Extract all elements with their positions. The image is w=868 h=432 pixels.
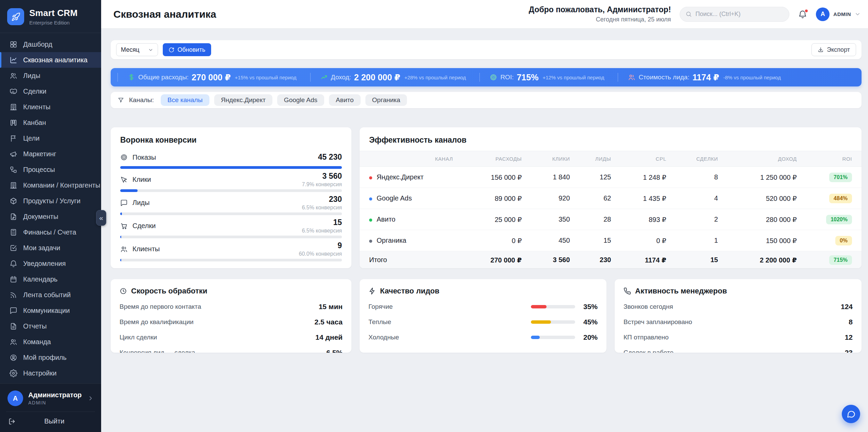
channel-chip[interactable]: Яндекс.Директ	[214, 94, 272, 106]
refresh-button[interactable]: Обновить	[163, 43, 211, 56]
channel-row[interactable]: Google Ads 89 000 ₽ 920 62 1 435 ₽ 4 520…	[360, 188, 862, 209]
sidebar-user[interactable]: A Администратор ADMIN	[6, 388, 95, 412]
stat-value: 8	[849, 318, 853, 326]
column-header[interactable]: ДОХОД	[727, 151, 806, 167]
sidebar-item-label: Коммуникации	[23, 307, 70, 315]
channel-chip[interactable]: Авито	[329, 94, 360, 106]
column-header[interactable]: ROI	[806, 151, 862, 167]
sidebar-item[interactable]: Отчеты	[0, 318, 101, 334]
cell-roi: 484%	[806, 188, 862, 209]
sidebar-item[interactable]: Продукты / Услуги	[0, 193, 101, 209]
stat-row: Цикл сделки 14 дней	[120, 333, 343, 341]
quality-row: Холодные 20%	[368, 333, 598, 341]
dashboard-icon	[10, 41, 17, 48]
sidebar-collapse-button[interactable]: «	[96, 210, 106, 226]
period-select[interactable]: Месяц	[116, 43, 158, 56]
sidebar-item[interactable]: Компании / Контрагенты	[0, 177, 101, 193]
notifications-button[interactable]	[798, 10, 807, 19]
workflow-icon	[10, 166, 17, 174]
sidebar-item[interactable]: Сделки	[0, 83, 101, 99]
sidebar-item[interactable]: Канбан	[0, 115, 101, 130]
sidebar-item[interactable]: Мой профиль	[0, 350, 101, 365]
manager-activity-card: Активность менеджеров Звонков сегодня 12…	[615, 279, 862, 353]
sidebar-item-label: Уведомления	[23, 260, 66, 268]
channel-performance-card: Эффективность каналов КАНАЛРАСХОДЫКЛИКИЛ…	[360, 127, 862, 268]
sidebar-item[interactable]: Сквозная аналитика	[0, 52, 101, 68]
sidebar-item[interactable]: Финансы / Счета	[0, 224, 101, 240]
building-icon	[10, 181, 17, 189]
sidebar-item[interactable]: Настройки	[0, 365, 101, 381]
roi-badge: 1020%	[826, 215, 852, 224]
kpi-label: Доход:	[331, 74, 351, 81]
column-header[interactable]: КЛИКИ	[531, 151, 580, 167]
sidebar-item[interactable]: Уведомления	[0, 256, 101, 271]
sidebar-item[interactable]: Коммуникации	[0, 303, 101, 318]
column-header[interactable]: СДЕЛКИ	[676, 151, 728, 167]
logout-button[interactable]: Выйти	[6, 412, 95, 427]
cart-icon	[120, 222, 128, 230]
sidebar-item[interactable]: Документы	[0, 209, 101, 224]
quality-row: Теплые 45%	[368, 318, 598, 326]
activity-title: Активность менеджеров	[635, 287, 727, 295]
target-icon	[120, 154, 128, 161]
kpi-segment: Доход: 2 200 000 ₽ +28% vs прошлый перио…	[303, 73, 473, 82]
sidebar-item-label: Настройки	[23, 369, 57, 377]
logout-icon	[8, 418, 16, 425]
sidebar-item[interactable]: Мои задачи	[0, 240, 101, 256]
export-button[interactable]: Экспорт	[811, 43, 856, 56]
funnel-list: Показы 45 230	[120, 150, 342, 261]
column-header[interactable]: РАСХОДЫ	[462, 151, 531, 167]
sidebar-item[interactable]: Календарь	[0, 271, 101, 287]
funnel-stage-label: Сделки	[132, 222, 156, 230]
funnel-stage: Сделки 15 6.5% конверсия	[120, 218, 342, 238]
sidebar-item[interactable]: Процессы	[0, 162, 101, 177]
total-deals: 15	[676, 251, 728, 269]
column-header[interactable]: КАНАЛ	[360, 151, 462, 167]
sidebar-item[interactable]: Маркетинг	[0, 146, 101, 162]
sidebar-item[interactable]: Дашборд	[0, 36, 101, 52]
roi-badge: 484%	[829, 194, 852, 203]
channel-dot	[369, 176, 372, 179]
channel-chip[interactable]: Органика	[365, 94, 407, 106]
speed-title: Скорость обработки	[131, 287, 207, 295]
filter-label: Каналы:	[129, 96, 154, 104]
funnel-stage-conversion: 6.5% конверсия	[302, 228, 342, 234]
trend-icon	[320, 74, 328, 81]
cell-spend: 89 000 ₽	[462, 188, 531, 209]
quality-label: Холодные	[368, 334, 399, 341]
funnel-stage-bar-fill	[120, 189, 138, 192]
quality-bar	[531, 320, 575, 324]
column-header[interactable]: ЛИДЫ	[580, 151, 621, 167]
sidebar-item[interactable]: Лента событий	[0, 287, 101, 303]
cell-cpl: 1 248 ₽	[620, 167, 676, 188]
roi-badge: 701%	[829, 173, 852, 182]
chevron-down-icon	[148, 47, 153, 52]
channel-row[interactable]: Органика 0 ₽ 450 15 0 ₽ 1 150 000 ₽ 0%	[360, 230, 862, 251]
sidebar-item-label: Канбан	[23, 119, 46, 127]
sidebar-item[interactable]: Цели	[0, 130, 101, 146]
refresh-label: Обновить	[177, 46, 205, 53]
total-label: Итого	[360, 251, 462, 269]
account-menu[interactable]: A ADMIN	[816, 7, 861, 21]
funnel-stage-bar	[120, 166, 342, 169]
channel-row[interactable]: Авито 25 000 ₽ 350 28 893 ₽ 2 280 000 ₽ …	[360, 209, 862, 230]
column-header[interactable]: CPL	[620, 151, 676, 167]
channel-chip[interactable]: Google Ads	[277, 94, 324, 106]
kpi-value: 715%	[517, 73, 538, 82]
sidebar-item[interactable]: Лиды	[0, 68, 101, 83]
funnel-stage-label: Клики	[132, 176, 151, 183]
megaphone-icon	[10, 150, 17, 158]
kpi-segment: Общие расходы: 270 000 ₽ +15% vs прошлый…	[111, 73, 303, 82]
cell-leads: 28	[580, 209, 621, 230]
search-input[interactable]	[695, 11, 784, 18]
welcome-block: Добро пожаловать, Администратор! Сегодня…	[529, 5, 671, 23]
global-search[interactable]	[680, 7, 789, 22]
sidebar-item[interactable]: Клиенты	[0, 99, 101, 115]
sidebar-item[interactable]: Команда	[0, 334, 101, 350]
stat-row: Время до квалификации 2.5 часа	[120, 318, 343, 326]
notification-dot	[804, 9, 808, 13]
channel-chip[interactable]: Все каналы	[161, 94, 209, 106]
chat-fab-button[interactable]	[842, 405, 860, 423]
channel-row[interactable]: Яндекс.Директ 156 000 ₽ 1 840 125 1 248 …	[360, 167, 862, 188]
rss-icon	[10, 291, 17, 299]
